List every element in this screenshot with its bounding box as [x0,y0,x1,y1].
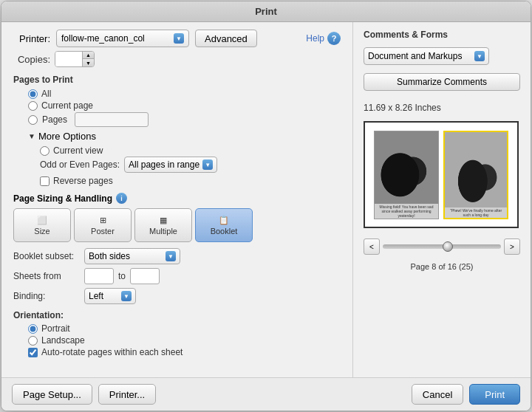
cf-select-arrow[interactable] [474,51,485,61]
preview-page-1-inner [375,131,438,204]
printer-dropdown-arrow[interactable] [174,33,184,44]
odd-even-row: Odd or Even Pages: All pages in range [40,157,341,173]
title-bar: Print [1,1,531,22]
copies-label: Copies: [13,54,50,65]
odd-even-arrow[interactable] [202,159,213,170]
booklet-button[interactable]: 📋 Booklet [195,208,253,242]
page-setup-button[interactable]: Page Setup... [12,384,92,405]
right-panel: Comments & Forms Document and Markups Su… [353,22,531,377]
cf-select[interactable]: Document and Markups [364,47,489,65]
radio-current-page-input[interactable] [28,101,38,111]
booklet-subset-select[interactable]: Both sides [84,248,180,264]
page-indicator: Page 8 of 16 (25) [364,262,520,271]
bottom-bar-right: Cancel Print [412,384,520,405]
radio-all-input[interactable] [28,89,38,99]
page-sizing-info[interactable]: i [116,193,127,204]
reverse-pages-label: Reverse pages [53,176,113,186]
sheets-row: Sheets from 1 to 8 [13,268,341,284]
portrait-radio[interactable] [28,324,38,334]
help-link[interactable]: Help [306,33,324,44]
multiple-button[interactable]: ▦ Multiple [134,208,192,242]
sheets-to-label: to [118,271,126,281]
binding-arrow[interactable] [121,291,132,301]
bottom-bar: Page Setup... Printer... Cancel Print [1,377,531,411]
booklet-label: Booklet [211,227,238,236]
binding-select[interactable]: Left [84,288,136,304]
dimensions-text: 11.69 x 8.26 Inches [364,103,520,113]
prev-page-button[interactable]: < [364,238,380,255]
copies-spinbox[interactable]: 1 ▲ ▼ [55,51,95,67]
page-slider-thumb[interactable] [443,241,453,252]
printer-label: Printer: [13,33,50,44]
pages-radio-group: All Current page Pages [13,88,341,128]
preview-page-2-inner [445,132,507,207]
preview-page-1: Missing field! You have been sad since w… [374,131,439,219]
help-icon[interactable]: ? [327,32,341,45]
radio-current-page: Current page [28,100,341,111]
landscape-label: Landscape [41,335,85,346]
preview-caption-2: "Phew! We've finally home after such a l… [445,207,507,218]
landscape-radio[interactable] [28,336,38,346]
sizing-buttons: ⬜ Size ⊞ Poster ▦ Multiple 📋 Booklet [13,208,341,242]
odd-even-value: All pages in range [129,159,200,170]
multiple-label: Multiple [149,227,177,236]
radio-all: All [28,88,341,100]
page-slider-track[interactable] [383,244,501,249]
more-options-label: More Options [38,131,96,142]
next-page-button[interactable]: > [504,238,520,255]
page-sizing-label: Page Sizing & Handling [13,193,112,204]
cf-select-value: Document and Markups [368,51,471,61]
left-panel: Printer: follow-me_canon_col Advanced He… [1,22,353,377]
print-dialog: Print Printer: follow-me_canon_col Advan… [1,1,531,411]
summarize-comments-button[interactable]: Summarize Comments [364,73,520,91]
preview-box: Missing field! You have been sad since w… [364,121,519,228]
bottom-bar-left: Page Setup... Printer... [12,384,156,405]
preview-image-1 [375,131,438,204]
radio-pages: Pages [28,111,341,128]
preview-caption-1: Missing field! You have been sad since w… [375,204,438,219]
auto-rotate-label: Auto-rotate pages within each sheet [41,347,183,357]
sheets-label: Sheets from [13,271,80,281]
booklet-icon: 📋 [219,216,229,225]
binding-label: Binding: [13,291,80,301]
radio-pages-input[interactable] [28,115,38,125]
portrait-item: Portrait [28,323,341,334]
cancel-button[interactable]: Cancel [412,384,463,405]
more-options-triangle: ▼ [28,132,35,140]
more-options-toggle[interactable]: ▼ More Options [13,131,341,142]
copies-spin-arrows: ▲ ▼ [82,51,94,67]
pages-range-input[interactable] [75,112,149,127]
radio-current-view: Current view [40,145,341,157]
booklet-subset-row: Booklet subset: Both sides [13,248,341,264]
poster-button[interactable]: ⊞ Poster [74,208,132,242]
sheets-to-input[interactable]: 8 [130,268,160,284]
comments-forms-header: Comments & Forms [364,30,520,40]
copies-input[interactable]: 1 [55,52,82,66]
copies-row: Copies: 1 ▲ ▼ [13,51,341,67]
booklet-subset-label: Booklet subset: [13,251,80,261]
booklet-subset-value: Both sides [89,251,163,261]
odd-even-label: Odd or Even Pages: [40,159,120,170]
dialog-title: Print [255,6,277,17]
radio-current-page-label: Current page [41,100,93,111]
orientation-header: Orientation: [13,310,341,320]
portrait-label: Portrait [41,323,70,334]
landscape-item: Landscape [28,334,341,346]
poster-icon: ⊞ [100,216,106,225]
size-button[interactable]: ⬜ Size [13,208,71,242]
sheets-from-input[interactable]: 1 [84,268,114,284]
odd-even-select[interactable]: All pages in range [124,157,217,173]
radio-current-view-input[interactable] [40,146,50,156]
printer-button[interactable]: Printer... [98,384,156,405]
copies-decrement[interactable]: ▼ [82,59,94,67]
booklet-subset-arrow[interactable] [166,251,176,261]
auto-rotate-checkbox[interactable] [28,348,38,357]
advanced-button[interactable]: Advanced [195,30,257,47]
reverse-pages-checkbox[interactable] [40,176,50,186]
print-button[interactable]: Print [469,384,520,405]
size-label: Size [34,227,50,236]
copies-increment[interactable]: ▲ [82,51,94,59]
cf-select-row: Document and Markups [364,47,520,65]
printer-select[interactable]: follow-me_canon_col [56,30,189,47]
page-sizing-header: Page Sizing & Handling i [13,193,341,204]
